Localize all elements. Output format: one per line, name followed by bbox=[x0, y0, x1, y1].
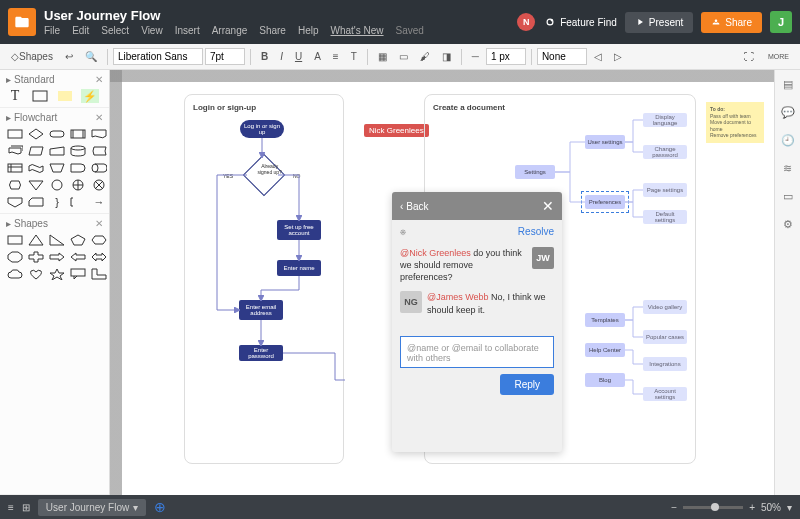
underline-button[interactable]: U bbox=[290, 48, 307, 65]
sh-rect[interactable] bbox=[6, 233, 24, 247]
fc-delay[interactable] bbox=[69, 161, 87, 175]
sh-l[interactable] bbox=[90, 267, 108, 281]
fc-connector[interactable] bbox=[48, 178, 66, 192]
sticky-note[interactable]: To do: Pass off with team Move document … bbox=[706, 102, 764, 143]
align-button[interactable]: ≡ bbox=[328, 48, 344, 65]
present-button[interactable]: Present bbox=[625, 12, 693, 33]
close-icon[interactable]: ✕ bbox=[95, 112, 103, 123]
fc-process[interactable] bbox=[6, 127, 24, 141]
comment-close-button[interactable]: ✕ bbox=[542, 198, 554, 214]
search-icon[interactable]: 🔍 bbox=[80, 48, 102, 65]
comments-icon[interactable]: 💬 bbox=[780, 104, 796, 120]
fc-storage[interactable] bbox=[90, 144, 108, 158]
undo-icon[interactable]: ↩ bbox=[60, 48, 78, 65]
shape-note[interactable] bbox=[56, 89, 74, 103]
sh-rarrow[interactable] bbox=[48, 250, 66, 264]
node-changepw[interactable]: Change password bbox=[643, 145, 687, 159]
node-accountsettings[interactable]: Account settings bbox=[643, 387, 687, 401]
shadow-button[interactable]: ◨ bbox=[437, 48, 456, 65]
sh-rtriangle[interactable] bbox=[48, 233, 66, 247]
group-standard[interactable]: ▸ Standard✕ bbox=[6, 74, 103, 85]
node-videogallery[interactable]: Video gallery bbox=[643, 300, 687, 314]
sh-callout[interactable] bbox=[69, 267, 87, 281]
doc-title[interactable]: User Journey Flow bbox=[44, 8, 517, 23]
shape-rect[interactable] bbox=[31, 89, 49, 103]
sheet-tab[interactable]: User Journey Flow ▾ bbox=[38, 499, 146, 516]
share-button[interactable]: Share bbox=[701, 12, 762, 33]
node-name[interactable]: Enter name bbox=[277, 260, 321, 276]
fc-card[interactable] bbox=[27, 195, 45, 209]
node-settings[interactable]: Settings bbox=[515, 165, 555, 179]
fc-decision[interactable] bbox=[27, 127, 45, 141]
node-popularcases[interactable]: Popular cases bbox=[643, 330, 687, 344]
group-flowchart[interactable]: ▸ Flowchart✕ bbox=[6, 112, 103, 123]
node-helpcenter[interactable]: Help Center bbox=[585, 343, 625, 357]
node-integrations[interactable]: Integrations bbox=[643, 357, 687, 371]
fc-direct[interactable] bbox=[90, 161, 108, 175]
menu-help[interactable]: Help bbox=[298, 25, 319, 36]
fc-offpage[interactable] bbox=[6, 195, 24, 209]
sh-hexagon[interactable] bbox=[90, 233, 108, 247]
fc-manualop[interactable] bbox=[48, 161, 66, 175]
user-avatar[interactable]: J bbox=[770, 11, 792, 33]
fc-junction[interactable] bbox=[90, 178, 108, 192]
node-usersettings[interactable]: User settings bbox=[585, 135, 625, 149]
sh-cross[interactable] bbox=[27, 250, 45, 264]
sh-heart[interactable] bbox=[27, 267, 45, 281]
zoom-in-button[interactable]: + bbox=[749, 502, 755, 513]
fc-brace[interactable]: } bbox=[48, 195, 66, 209]
present-icon[interactable]: ▭ bbox=[780, 188, 796, 204]
pane-login[interactable]: Login or sign-up Log in or sign up Alrea… bbox=[184, 94, 344, 464]
fc-terminator[interactable] bbox=[48, 127, 66, 141]
bold-button[interactable]: B bbox=[256, 48, 273, 65]
fc-database[interactable] bbox=[69, 144, 87, 158]
collaborator-avatar-n[interactable]: N bbox=[517, 13, 535, 31]
menu-share[interactable]: Share bbox=[259, 25, 286, 36]
fc-internal[interactable] bbox=[6, 161, 24, 175]
node-setup[interactable]: Set up free account bbox=[277, 220, 321, 240]
fc-display[interactable] bbox=[6, 178, 24, 192]
fontsize-select[interactable] bbox=[205, 48, 245, 65]
menu-whatsnew[interactable]: What's New bbox=[331, 25, 384, 36]
sh-darrow[interactable] bbox=[90, 250, 108, 264]
shape-bolt[interactable]: ⚡ bbox=[81, 89, 99, 103]
fill-button[interactable]: ▦ bbox=[373, 48, 392, 65]
node-start[interactable]: Log in or sign up bbox=[240, 120, 284, 138]
fc-tape[interactable] bbox=[27, 161, 45, 175]
text-tool[interactable]: T bbox=[6, 89, 24, 103]
fc-note[interactable] bbox=[69, 195, 87, 209]
menu-select[interactable]: Select bbox=[101, 25, 129, 36]
node-pagesettings[interactable]: Page settings bbox=[643, 183, 687, 197]
node-defaultsettings[interactable]: Default settings bbox=[643, 210, 687, 224]
feature-find-button[interactable]: Feature Find bbox=[543, 15, 617, 29]
zoom-level[interactable]: 50% bbox=[761, 502, 781, 513]
group-shapes[interactable]: ▸ Shapes✕ bbox=[6, 218, 103, 229]
more-button[interactable]: MORE bbox=[763, 50, 794, 63]
node-email[interactable]: Enter email address bbox=[239, 300, 283, 320]
arrow-start-button[interactable]: ◁ bbox=[589, 48, 607, 65]
list-view-icon[interactable]: ≡ bbox=[8, 502, 14, 513]
resolve-button[interactable]: Resolve bbox=[518, 226, 554, 237]
italic-button[interactable]: I bbox=[275, 48, 288, 65]
line-button[interactable]: ─ bbox=[467, 48, 484, 65]
fc-document[interactable] bbox=[90, 127, 108, 141]
textcolor-button[interactable]: A bbox=[309, 48, 326, 65]
fullscreen-icon[interactable]: ⛶ bbox=[739, 48, 759, 65]
node-decision[interactable]: Already signed up? bbox=[247, 158, 281, 192]
settings-icon[interactable]: ⚙ bbox=[780, 216, 796, 232]
fc-multidoc[interactable] bbox=[6, 144, 24, 158]
fc-manual[interactable] bbox=[48, 144, 66, 158]
menu-view[interactable]: View bbox=[141, 25, 163, 36]
canvas[interactable]: Login or sign-up Log in or sign up Alrea… bbox=[110, 70, 774, 519]
node-templates[interactable]: Templates bbox=[585, 313, 625, 327]
history-icon[interactable]: 🕘 bbox=[780, 132, 796, 148]
folder-icon[interactable] bbox=[8, 8, 36, 36]
format-button[interactable]: T bbox=[346, 48, 362, 65]
fc-merge[interactable] bbox=[27, 178, 45, 192]
zoom-slider[interactable] bbox=[683, 506, 743, 509]
close-icon[interactable]: ✕ bbox=[95, 74, 103, 85]
sh-cloud[interactable] bbox=[6, 267, 24, 281]
sh-star[interactable] bbox=[48, 267, 66, 281]
grid-view-icon[interactable]: ⊞ bbox=[22, 502, 30, 513]
close-icon[interactable]: ✕ bbox=[95, 218, 103, 229]
